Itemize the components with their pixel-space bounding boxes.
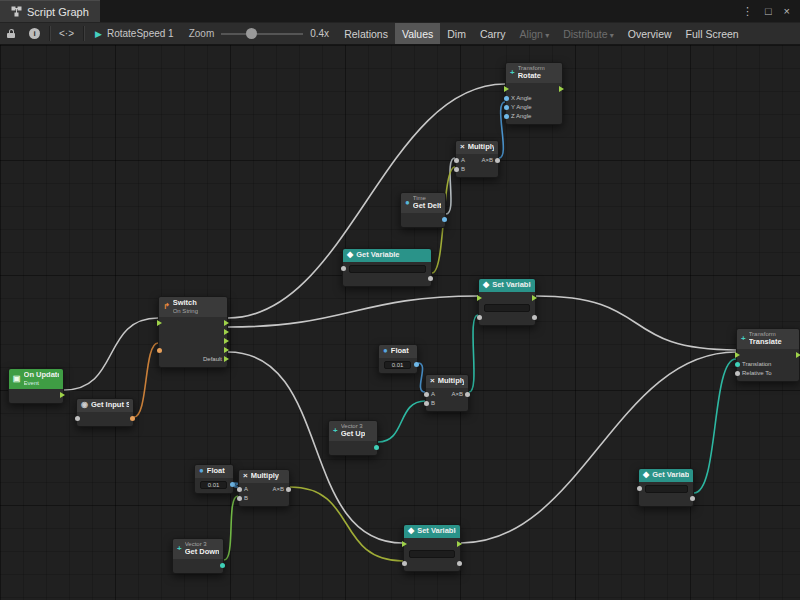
flow-port[interactable] — [224, 356, 229, 362]
value-port[interactable] — [424, 392, 429, 397]
float-port[interactable] — [504, 96, 509, 101]
node-on-update[interactable]: ▣On UpdateEvent — [8, 368, 64, 404]
maximize-icon[interactable]: □ — [759, 5, 778, 17]
node-multiply-top[interactable]: ×MultiplyAA×BB — [455, 140, 499, 178]
value-port[interactable] — [341, 266, 346, 271]
flow-port[interactable] — [735, 352, 740, 358]
flow-port[interactable] — [224, 347, 229, 353]
node-float-bottom[interactable]: ●Float0.01 — [194, 464, 234, 494]
graph-toolbar: <·> ▶ RotateSpeed 1 Zoom 0.4x RelationsV… — [0, 22, 800, 45]
value-field[interactable] — [645, 485, 688, 493]
value-port[interactable] — [402, 561, 407, 566]
string-port[interactable] — [130, 416, 135, 421]
flow-port[interactable] — [224, 329, 229, 335]
node-header: +TransformRotate — [506, 63, 562, 83]
node-row — [9, 391, 63, 400]
port-label: X Angle — [511, 95, 532, 101]
zoom-slider-thumb[interactable] — [246, 28, 257, 39]
value-port[interactable] — [690, 496, 695, 501]
node-translate[interactable]: +TransformTranslateTranslationRelative T… — [736, 328, 800, 382]
flow-port[interactable] — [402, 541, 407, 547]
graph-breadcrumb[interactable]: ▶ RotateSpeed 1 — [86, 23, 183, 44]
flow-port[interactable] — [559, 86, 564, 92]
window-menu-icon[interactable]: ⋮ — [736, 5, 759, 18]
value-port[interactable] — [428, 276, 433, 281]
node-rotate[interactable]: +TransformRotateX AngleY AngleZ Angle — [505, 62, 563, 125]
node-get-variable-bottom[interactable]: ◆Get Variable — [638, 468, 694, 507]
graph-canvas[interactable]: +TransformRotateX AngleY AngleZ Angle×Mu… — [0, 45, 800, 600]
node-header: ×Multiply — [426, 375, 468, 388]
tab-script-graph[interactable]: Script Graph — [0, 0, 100, 22]
flow-port[interactable] — [224, 338, 229, 344]
value-port[interactable] — [465, 392, 470, 397]
port — [457, 561, 462, 566]
flow-port[interactable] — [224, 320, 229, 326]
node-set-variable-mid[interactable]: ◆Set Variable — [478, 278, 536, 326]
value-field[interactable] — [484, 304, 530, 312]
node-row — [159, 328, 227, 337]
value-port[interactable] — [454, 158, 459, 163]
value-port[interactable] — [637, 486, 642, 491]
node-row — [329, 443, 377, 452]
float-port[interactable] — [414, 362, 419, 367]
node-multiply-bottom[interactable]: ×MultiplyAA×BB — [238, 469, 290, 507]
node-header: ▣On UpdateEvent — [9, 369, 63, 389]
lock-button[interactable] — [0, 23, 22, 44]
vector3-port[interactable] — [374, 445, 379, 450]
value-port[interactable] — [75, 416, 80, 421]
toolbar-button-relations[interactable]: Relations — [337, 23, 395, 44]
node-switch[interactable]: ↱SwitchOn StringDefault — [158, 296, 228, 368]
string-port[interactable] — [157, 348, 162, 353]
node-get-delta-time[interactable]: ●TimeGet Delta Time — [400, 192, 446, 228]
port: Translation — [735, 361, 771, 367]
flow-port[interactable] — [796, 352, 800, 358]
value-port[interactable] — [286, 487, 291, 492]
code-preview-button[interactable]: <·> — [52, 23, 81, 44]
value-field[interactable]: 0.01 — [384, 361, 411, 369]
toolbar-button-overview[interactable]: Overview — [621, 23, 679, 44]
value-port[interactable] — [237, 487, 242, 492]
node-multiply-mid[interactable]: ×MultiplyAA×BB — [425, 374, 469, 412]
value-port[interactable] — [424, 401, 429, 406]
zoom-slider[interactable] — [221, 28, 303, 39]
value-field[interactable] — [409, 550, 455, 558]
node-get-variable-top[interactable]: ◆Get Variable — [342, 248, 432, 287]
value-port[interactable] — [532, 315, 537, 320]
toolbar-button-dim[interactable]: Dim — [440, 23, 473, 44]
node-vector3-get-up[interactable]: +Vector 3Get Up — [328, 420, 378, 456]
value-port[interactable] — [477, 315, 482, 320]
node-body — [343, 262, 431, 286]
node-set-variable-bottom[interactable]: ◆Set Variable — [403, 524, 461, 572]
node-float-mid[interactable]: ●Float0.01 — [378, 344, 418, 374]
flow-port[interactable] — [60, 392, 65, 398]
vector3-port[interactable] — [220, 563, 225, 568]
value-field[interactable]: 0.01 — [200, 481, 227, 489]
flow-port[interactable] — [532, 295, 537, 301]
vector3-port[interactable] — [735, 362, 740, 367]
close-icon[interactable]: × — [778, 5, 796, 17]
value-port[interactable] — [735, 371, 740, 376]
float-port[interactable] — [504, 114, 509, 119]
flow-port[interactable] — [504, 86, 509, 92]
float-port[interactable] — [442, 217, 447, 222]
port: A — [237, 486, 248, 492]
value-field[interactable] — [349, 265, 426, 273]
toolbar-button-carry[interactable]: Carry — [473, 23, 513, 44]
toolbar-button-values[interactable]: Values — [395, 23, 440, 44]
connection-edge-2 — [134, 343, 158, 417]
node-get-input-string[interactable]: ◉Get Input String — [76, 398, 134, 427]
info-button[interactable] — [22, 23, 47, 44]
value-port[interactable] — [237, 496, 242, 501]
flow-port[interactable] — [477, 295, 482, 301]
value-port[interactable] — [454, 167, 459, 172]
flow-port[interactable] — [157, 320, 162, 326]
toolbar-button-full-screen[interactable]: Full Screen — [679, 23, 746, 44]
float-port[interactable] — [504, 105, 509, 110]
flow-port[interactable] — [457, 541, 462, 547]
value-port[interactable] — [457, 561, 462, 566]
float-port[interactable] — [230, 482, 235, 487]
node-vector3-get-down[interactable]: +Vector 3Get Down — [172, 538, 224, 574]
node-row — [159, 346, 227, 355]
value-port[interactable] — [495, 158, 500, 163]
node-body — [173, 559, 223, 573]
